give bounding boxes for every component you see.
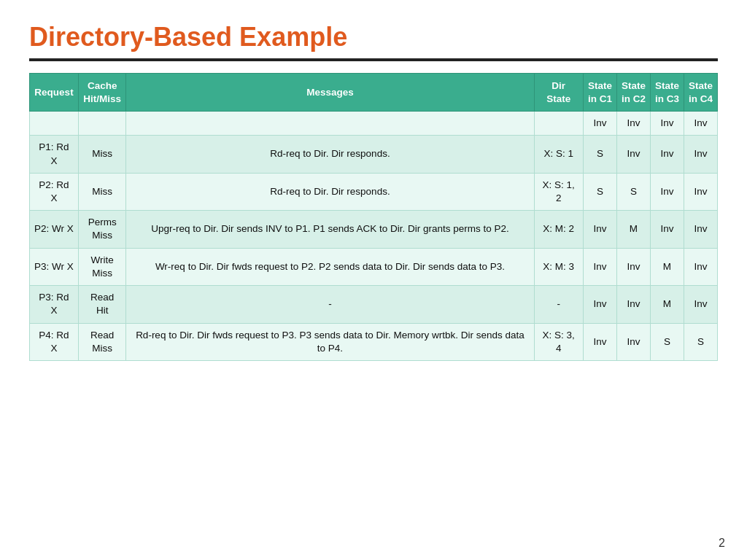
cell-row3-c3: Inv bbox=[650, 211, 684, 248]
cell-row4-hit_miss: WriteMiss bbox=[78, 248, 125, 285]
table-row: P3: Wr XWriteMissWr-req to Dir. Dir fwds… bbox=[30, 248, 718, 285]
cell-row6-c1: Inv bbox=[583, 323, 616, 360]
cell-row0-request bbox=[30, 112, 79, 136]
cell-row5-c3: M bbox=[650, 286, 684, 323]
cell-row5-c1: Inv bbox=[583, 286, 616, 323]
title-divider bbox=[29, 58, 718, 61]
cell-row2-c3: Inv bbox=[650, 173, 684, 210]
cell-row4-request: P3: Wr X bbox=[30, 248, 79, 285]
cell-row4-c4: Inv bbox=[684, 248, 717, 285]
table-row: P2: Rd XMissRd-req to Dir. Dir responds.… bbox=[30, 173, 718, 210]
cell-row3-c2: M bbox=[616, 211, 650, 248]
cell-row5-c2: Inv bbox=[616, 286, 650, 323]
cell-row2-request: P2: Rd X bbox=[30, 173, 79, 210]
cell-row0-c2: Inv bbox=[616, 112, 650, 136]
table-row: P4: Rd XReadMissRd-req to Dir. Dir fwds … bbox=[30, 323, 718, 360]
cell-row2-c4: Inv bbox=[684, 173, 717, 210]
col-header-c3: Statein C3 bbox=[650, 74, 684, 112]
cell-row6-c4: S bbox=[684, 323, 717, 360]
cell-row6-request: P4: Rd X bbox=[30, 323, 79, 360]
cell-row2-c1: S bbox=[583, 173, 616, 210]
col-header-c4: Statein C4 bbox=[684, 74, 717, 112]
main-table: Request CacheHit/Miss Messages DirState … bbox=[29, 73, 718, 361]
cell-row4-messages: Wr-req to Dir. Dir fwds request to P2. P… bbox=[126, 248, 534, 285]
cell-row5-hit_miss: Read Hit bbox=[78, 286, 125, 323]
cell-row1-hit_miss: Miss bbox=[78, 136, 125, 173]
col-header-request: Request bbox=[30, 74, 79, 112]
cell-row3-dir_state: X: M: 2 bbox=[534, 211, 583, 248]
cell-row6-hit_miss: ReadMiss bbox=[78, 323, 125, 360]
cell-row4-c2: Inv bbox=[616, 248, 650, 285]
cell-row5-messages: - bbox=[126, 286, 534, 323]
table-row: P2: Wr XPermsMissUpgr-req to Dir. Dir se… bbox=[30, 211, 718, 248]
cell-row0-messages bbox=[126, 112, 534, 136]
col-header-messages: Messages bbox=[126, 74, 534, 112]
cell-row1-request: P1: Rd X bbox=[30, 136, 79, 173]
col-header-c2: Statein C2 bbox=[616, 74, 650, 112]
cell-row1-c4: Inv bbox=[684, 136, 717, 173]
slide-title: Directory-Based Example bbox=[29, 22, 718, 52]
cell-row3-c4: Inv bbox=[684, 211, 717, 248]
cell-row0-c1: Inv bbox=[583, 112, 616, 136]
cell-row4-c3: M bbox=[650, 248, 684, 285]
col-header-dir-state: DirState bbox=[534, 74, 583, 112]
cell-row6-dir_state: X: S: 3, 4 bbox=[534, 323, 583, 360]
cell-row1-messages: Rd-req to Dir. Dir responds. bbox=[126, 136, 534, 173]
col-header-hit-miss: CacheHit/Miss bbox=[78, 74, 125, 112]
table-row: P3: Rd XRead Hit--InvInvMInv bbox=[30, 286, 718, 323]
slide-container: Directory-Based Example Request CacheHit… bbox=[0, 0, 747, 560]
cell-row1-c3: Inv bbox=[650, 136, 684, 173]
cell-row3-messages: Upgr-req to Dir. Dir sends INV to P1. P1… bbox=[126, 211, 534, 248]
cell-row1-c1: S bbox=[583, 136, 616, 173]
cell-row5-dir_state: - bbox=[534, 286, 583, 323]
cell-row6-c3: S bbox=[650, 323, 684, 360]
table-row: InvInvInvInv bbox=[30, 112, 718, 136]
cell-row0-c3: Inv bbox=[650, 112, 684, 136]
cell-row4-dir_state: X: M: 3 bbox=[534, 248, 583, 285]
cell-row0-c4: Inv bbox=[684, 112, 717, 136]
cell-row4-c1: Inv bbox=[583, 248, 616, 285]
cell-row5-request: P3: Rd X bbox=[30, 286, 79, 323]
cell-row5-c4: Inv bbox=[684, 286, 717, 323]
cell-row2-messages: Rd-req to Dir. Dir responds. bbox=[126, 173, 534, 210]
cell-row6-c2: Inv bbox=[616, 323, 650, 360]
cell-row2-c2: S bbox=[616, 173, 650, 210]
cell-row1-dir_state: X: S: 1 bbox=[534, 136, 583, 173]
cell-row1-c2: Inv bbox=[616, 136, 650, 173]
cell-row6-messages: Rd-req to Dir. Dir fwds request to P3. P… bbox=[126, 323, 534, 360]
col-header-c1: Statein C1 bbox=[583, 74, 616, 112]
table-row: P1: Rd XMissRd-req to Dir. Dir responds.… bbox=[30, 136, 718, 173]
cell-row0-hit_miss bbox=[78, 112, 125, 136]
cell-row3-request: P2: Wr X bbox=[30, 211, 79, 248]
cell-row2-dir_state: X: S: 1, 2 bbox=[534, 173, 583, 210]
page-number: 2 bbox=[719, 537, 725, 550]
cell-row3-hit_miss: PermsMiss bbox=[78, 211, 125, 248]
table-header-row: Request CacheHit/Miss Messages DirState … bbox=[30, 74, 718, 112]
cell-row3-c1: Inv bbox=[583, 211, 616, 248]
cell-row2-hit_miss: Miss bbox=[78, 173, 125, 210]
cell-row0-dir_state bbox=[534, 112, 583, 136]
